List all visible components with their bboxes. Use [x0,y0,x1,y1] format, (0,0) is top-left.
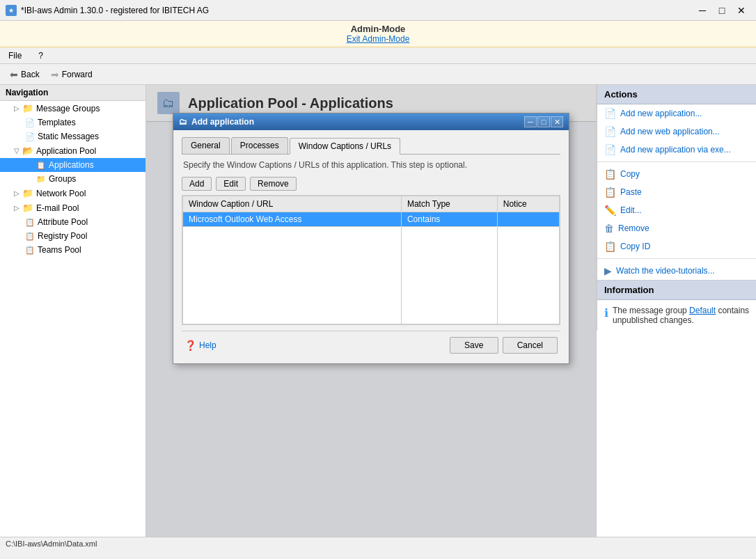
window-controls[interactable]: ─ □ ✕ [693,3,750,18]
action-paste[interactable]: 📋 Paste [597,183,756,201]
sidebar-item-registry-pool[interactable]: 📋 Registry Pool [0,229,145,243]
action-add-new-app[interactable]: 📄 Add new application... [597,104,756,123]
remove-icon: 🗑 [604,223,614,234]
col-match-type: Match Type [401,196,497,212]
cancel-button[interactable]: Cancel [503,337,558,354]
remove-row-button[interactable]: Remove [250,177,297,191]
table-empty-space [183,227,560,324]
action-add-new-web-app[interactable]: 📄 Add new web application... [597,123,756,141]
minimize-button[interactable]: ─ [693,3,711,18]
tab-processes-label: Processes [240,141,279,150]
cell-match-type: Contains [401,212,497,227]
expand-icon: ▷ [14,204,19,212]
sidebar-item-teams-pool[interactable]: 📋 Teams Pool [0,243,145,257]
action-label: Copy ID [620,242,650,251]
info-text: The message group Default contains unpub… [613,306,750,325]
action-remove[interactable]: 🗑 Remove [597,219,756,237]
add-exe-icon: 📄 [604,144,616,155]
action-copy[interactable]: 📋 Copy [597,165,756,183]
sidebar-item-email-pool[interactable]: ▷ 📁 E-mail Pool [0,200,145,215]
table-row[interactable]: Microsoft Outlook Web Access Contains [183,212,560,227]
menu-bar: File ? [0,47,756,64]
admin-mode-bar: Admin-Mode Exit Admin-Mode [0,21,756,47]
menu-help[interactable]: ? [36,49,46,62]
sidebar-item-static-messages[interactable]: 📄 Static Messages [0,129,145,143]
menu-file[interactable]: File [6,49,24,62]
nav-label: Static Messages [38,132,99,141]
nav-label: Attribute Pool [38,217,88,227]
info-message-before: The message group [613,306,689,315]
action-label: Copy [620,169,640,179]
exit-admin-mode-link[interactable]: Exit Admin-Mode [0,34,756,44]
navigation-panel: Navigation ▷ 📁 Message Groups 📄 Template… [0,85,146,537]
info-header: Information [597,281,756,300]
expand-icon: ▷ [14,189,19,197]
expand-icon: ▷ [14,104,19,112]
help-label: Help [199,340,216,350]
help-link[interactable]: ❓ Help [184,340,216,351]
add-application-dialog: 🗂 Add application ─ □ ✕ General [173,113,569,364]
nav-label: Application Pool [36,146,96,156]
add-app-icon: 📄 [604,108,616,119]
tab-processes[interactable]: Processes [231,137,288,154]
table-toolbar: Add Edit Remove [182,177,560,191]
doc-icon: 📄 [25,132,35,141]
sidebar-item-groups[interactable]: 📁 Groups [0,172,145,186]
sidebar-item-network-pool[interactable]: ▷ 📁 Network Pool [0,186,145,200]
list-icon: 📋 [25,246,35,255]
folder-open-icon: 📂 [22,145,33,156]
content-area: 🗂 Application Pool - Applications 🗂 Add … [146,85,596,537]
app-list-icon: 📋 [36,161,46,170]
folder-icon: 📁 [22,188,33,198]
back-button[interactable]: ⬅ Back [6,68,44,81]
tab-general[interactable]: General [182,137,230,154]
save-button[interactable]: Save [450,337,498,354]
add-row-button[interactable]: Add [182,177,212,191]
modal-overlay: 🗂 Add application ─ □ ✕ General [146,85,596,537]
action-label: Add new web application... [620,127,720,136]
dialog-tabs[interactable]: General Processes Window Captions / URLs [182,137,560,155]
toolbar: ⬅ Back ➡ Forward [0,64,756,85]
dialog-controls[interactable]: ─ □ ✕ [524,116,563,127]
dialog-title-left: 🗂 Add application [179,117,254,127]
back-icon: ⬅ [10,69,18,80]
action-label: Watch the video-tutorials... [616,266,715,276]
close-button[interactable]: ✕ [732,3,750,18]
sidebar-item-templates[interactable]: 📄 Templates [0,116,145,129]
action-edit[interactable]: ✏️ Edit... [597,201,756,219]
forward-button[interactable]: ➡ Forward [47,68,97,81]
admin-mode-title: Admin-Mode [0,24,756,34]
info-content: ℹ The message group Default contains unp… [597,300,756,331]
status-bar: C:\IBI-aws\Admin\Data.xml [0,537,756,552]
tab-window-captions[interactable]: Window Captions / URLs [290,138,400,155]
edit-row-button[interactable]: Edit [216,177,246,191]
actions-divider-1 [597,162,756,162]
actions-header: Actions [597,85,756,104]
dialog-minimize-button[interactable]: ─ [524,116,537,127]
sidebar-item-application-pool[interactable]: ▽ 📂 Application Pool [0,143,145,158]
copy-id-icon: 📋 [604,241,616,252]
sidebar-item-applications[interactable]: 📋 Applications [0,158,145,172]
back-label: Back [21,70,40,79]
captions-table-container: Window Caption / URL Match Type Notice M… [182,195,560,325]
cell-notice [497,212,559,227]
info-default-link[interactable]: Default [689,306,716,315]
sidebar-item-message-groups[interactable]: ▷ 📁 Message Groups [0,101,145,116]
sidebar-item-attribute-pool[interactable]: 📋 Attribute Pool [0,215,145,229]
dialog-close-button[interactable]: ✕ [551,116,563,127]
nav-label: Applications [49,160,94,170]
title-bar-title: ★ *IBI-aws Admin 1.30.0 - registered for… [6,5,209,16]
folder-icon: 📁 [22,103,33,113]
action-watch-tutorials[interactable]: ▶ Watch the video-tutorials... [597,262,756,280]
dialog-title: Add application [191,117,254,127]
nav-label: Registry Pool [38,231,87,241]
dialog-maximize-button[interactable]: □ [537,116,550,127]
col-window-caption: Window Caption / URL [183,196,402,212]
action-label: Paste [620,187,642,197]
nav-label: Teams Pool [38,245,81,255]
action-copy-id[interactable]: 📋 Copy ID [597,237,756,255]
cell-caption: Microsoft Outlook Web Access [183,212,402,227]
maximize-button[interactable]: □ [713,3,731,18]
action-add-new-app-exe[interactable]: 📄 Add new application via exe... [597,141,756,159]
action-label: Add new application... [620,109,702,118]
